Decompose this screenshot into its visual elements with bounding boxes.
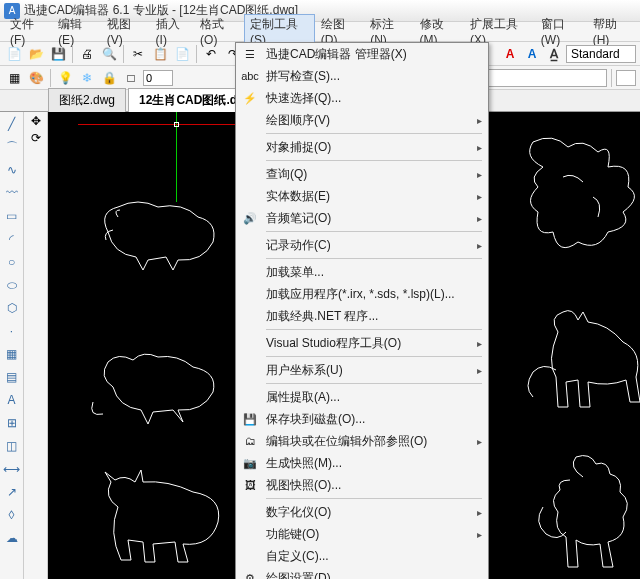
submenu-arrow-icon: ▸	[477, 213, 482, 224]
style-combo[interactable]: Standard	[566, 45, 636, 63]
ox-outline	[83, 462, 243, 572]
menu-item-30[interactable]: ⚙绘图设置(D)...	[236, 567, 488, 579]
menu-item-5[interactable]: 对象捕捉(O)▸	[236, 136, 488, 158]
menu-item-22[interactable]: 💾保存块到磁盘(O)...	[236, 408, 488, 430]
menu-item-label: 拼写检查(S)...	[266, 68, 340, 85]
menu-item-17[interactable]: Visual Studio程序工具(O)▸	[236, 332, 488, 354]
layer-icon[interactable]: ▦	[4, 68, 24, 88]
undo-icon[interactable]: ↶	[201, 44, 221, 64]
menu-separator	[266, 133, 482, 134]
submenu-arrow-icon: ▸	[477, 115, 482, 126]
menu-item-icon	[242, 526, 258, 542]
menu-item-25[interactable]: 🖼视图快照(O)...	[236, 474, 488, 496]
circle-tool-icon[interactable]: ○	[2, 252, 22, 272]
menu-item-icon	[242, 335, 258, 351]
region-tool-icon[interactable]: ▤	[2, 367, 22, 387]
print-icon[interactable]: 🖨	[77, 44, 97, 64]
menu-separator	[266, 329, 482, 330]
menu-item-label: 保存块到磁盘(O)...	[266, 411, 365, 428]
move-tool-icon[interactable]: ✥	[31, 114, 41, 128]
line-tool-icon[interactable]: ╱	[2, 114, 22, 134]
arc-tool-icon[interactable]: ◜	[2, 229, 22, 249]
open-icon[interactable]: 📂	[26, 44, 46, 64]
cloud-tool-icon[interactable]: ☁	[2, 528, 22, 548]
dim-tool-icon[interactable]: ⟷	[2, 459, 22, 479]
menu-item-label: Visual Studio程序工具(O)	[266, 335, 401, 352]
block-tool-icon[interactable]: ◫	[2, 436, 22, 456]
menu-item-15[interactable]: 加载经典.NET 程序...	[236, 305, 488, 327]
menu-item-icon	[242, 188, 258, 204]
color-icon[interactable]: 🎨	[26, 68, 46, 88]
spline2-tool-icon[interactable]: 〰	[2, 183, 22, 203]
submenu-arrow-icon: ▸	[477, 240, 482, 251]
menu-item-23[interactable]: 🗂编辑块或在位编辑外部参照(O)▸	[236, 430, 488, 452]
menu-item-label: 对象捕捉(O)	[266, 139, 331, 156]
menu-item-29[interactable]: 自定义(C)...	[236, 545, 488, 567]
wipeout-tool-icon[interactable]: ◊	[2, 505, 22, 525]
paste-icon[interactable]: 📄	[172, 44, 192, 64]
menu-item-label: 数字化仪(O)	[266, 504, 331, 521]
save-icon[interactable]: 💾	[48, 44, 68, 64]
menu-item-icon	[242, 112, 258, 128]
text-tool-icon[interactable]: A	[2, 390, 22, 410]
separator	[72, 45, 73, 63]
rotate-tool-icon[interactable]: ⟳	[31, 131, 41, 145]
point-tool-icon[interactable]: ·	[2, 321, 22, 341]
menu-item-1[interactable]: abc拼写检查(S)...	[236, 65, 488, 87]
new-icon[interactable]: 📄	[4, 44, 24, 64]
menu-item-24[interactable]: 📷生成快照(M)...	[236, 452, 488, 474]
leader-tool-icon[interactable]: ↗	[2, 482, 22, 502]
menu-item-icon: ⚡	[242, 90, 258, 106]
freeze-icon[interactable]: ❄	[77, 68, 97, 88]
menu-item-3[interactable]: 绘图顺序(V)▸	[236, 109, 488, 131]
linetype-combo[interactable]	[616, 70, 636, 86]
dragon-outline	[513, 127, 640, 267]
menu-item-icon: 📷	[242, 455, 258, 471]
polyline-tool-icon[interactable]: ⌒	[2, 137, 22, 157]
menu-item-13[interactable]: 加载菜单...	[236, 261, 488, 283]
crosshair-origin	[174, 122, 179, 127]
menu-item-7[interactable]: 查询(Q)▸	[236, 163, 488, 185]
layer-number-input[interactable]	[143, 70, 173, 86]
square-icon[interactable]: □	[121, 68, 141, 88]
menu-item-8[interactable]: 实体数据(E)▸	[236, 185, 488, 207]
menu-separator	[266, 231, 482, 232]
copy-icon[interactable]: 📋	[150, 44, 170, 64]
bulb-icon[interactable]: 💡	[55, 68, 75, 88]
submenu-arrow-icon: ▸	[477, 365, 482, 376]
menu-item-label: 属性提取(A)...	[266, 389, 340, 406]
spline-tool-icon[interactable]: ∿	[2, 160, 22, 180]
menu-item-2[interactable]: ⚡快速选择(Q)...	[236, 87, 488, 109]
polygon-tool-icon[interactable]: ⬡	[2, 298, 22, 318]
menu-item-0[interactable]: ☰迅捷CAD编辑器 管理器(X)	[236, 43, 488, 65]
tab-drawing-2[interactable]: 图纸2.dwg	[48, 88, 126, 112]
menu-item-11[interactable]: 记录动作(C)▸	[236, 234, 488, 256]
menu-item-9[interactable]: 🔊音频笔记(O)▸	[236, 207, 488, 229]
menu-item-21[interactable]: 属性提取(A)...	[236, 386, 488, 408]
menu-item-icon: 🗂	[242, 433, 258, 449]
menu-separator	[266, 258, 482, 259]
left-toolbar-2: ✥ ⟳	[24, 112, 48, 579]
separator	[123, 45, 124, 63]
text-c-icon[interactable]: A̲	[544, 44, 564, 64]
menu-item-14[interactable]: 加载应用程序(*.irx, *.sds, *.lsp)(L)...	[236, 283, 488, 305]
menu-item-icon: 🔊	[242, 210, 258, 226]
menu-item-28[interactable]: 功能键(O)▸	[236, 523, 488, 545]
hatch-tool-icon[interactable]: ▦	[2, 344, 22, 364]
menu-item-label: 用户坐标系(U)	[266, 362, 343, 379]
menu-item-19[interactable]: 用户坐标系(U)▸	[236, 359, 488, 381]
rect-tool-icon[interactable]: ▭	[2, 206, 22, 226]
ellipse-tool-icon[interactable]: ⬭	[2, 275, 22, 295]
menu-item-label: 生成快照(M)...	[266, 455, 342, 472]
preview-icon[interactable]: 🔍	[99, 44, 119, 64]
lock-icon[interactable]: 🔒	[99, 68, 119, 88]
text-b-icon[interactable]: A	[522, 44, 542, 64]
menu-item-icon: ⚙	[242, 570, 258, 579]
separator	[611, 69, 612, 87]
menu-separator	[266, 356, 482, 357]
text-a-icon[interactable]: A	[500, 44, 520, 64]
cut-icon[interactable]: ✂	[128, 44, 148, 64]
table-tool-icon[interactable]: ⊞	[2, 413, 22, 433]
menu-item-label: 功能键(O)	[266, 526, 319, 543]
menu-item-27[interactable]: 数字化仪(O)▸	[236, 501, 488, 523]
